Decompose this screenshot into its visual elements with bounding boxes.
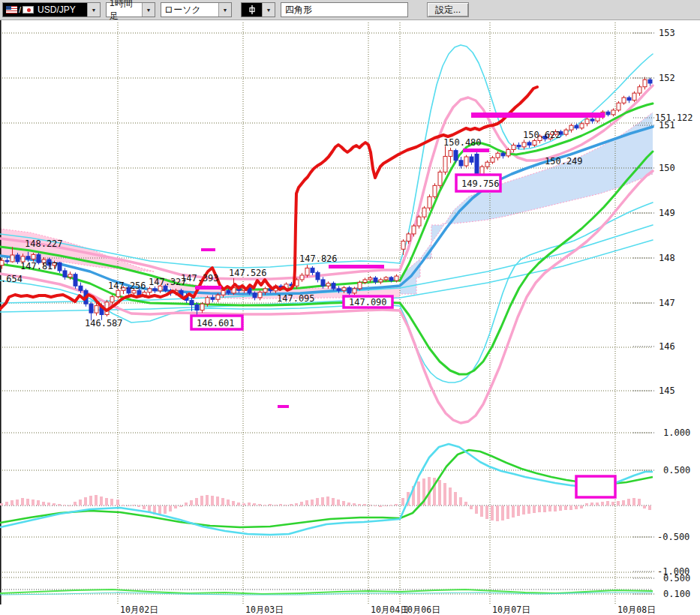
candle-up (263, 289, 267, 292)
candle-down (627, 98, 631, 100)
hist-bar (617, 501, 620, 506)
candle-down (26, 256, 30, 260)
price-label: 147.817 (20, 261, 59, 272)
chart-area[interactable]: 146.601147.090149.756148.227147.817.6541… (0, 0, 700, 615)
price-label: 147.393 (181, 273, 219, 284)
hist-bar (105, 498, 108, 506)
candle-up (422, 208, 426, 217)
hist-bar (316, 498, 319, 506)
hist-bar (284, 505, 287, 506)
hist-bar (464, 502, 467, 506)
candle-up (533, 141, 536, 146)
hist-bar (132, 505, 135, 506)
hist-bar (559, 506, 562, 511)
symbol-select[interactable]: / USD/JPY ▼ (2, 2, 101, 17)
y-axis-label: 149 (659, 208, 675, 218)
candle-down (153, 289, 157, 291)
pen-style-select[interactable]: ▼ (241, 2, 275, 17)
hist-bar (379, 506, 382, 507)
hist-bar (110, 499, 113, 506)
timeframe-label: 1時間足 (110, 0, 139, 22)
hist-bar (95, 495, 98, 506)
candle-up (368, 278, 372, 280)
chevron-down-icon[interactable]: ▼ (218, 3, 231, 16)
candle-down (389, 278, 393, 280)
chart-style-label: ローソク (164, 4, 201, 16)
hist-bar (32, 500, 35, 506)
hist-bar (179, 506, 182, 507)
candle-down (470, 157, 473, 162)
hist-bar (295, 503, 298, 506)
drawing-horizontal-bar[interactable] (471, 112, 605, 118)
hist-bar (596, 502, 599, 506)
candle-up (449, 151, 452, 157)
chart-style-select[interactable]: ローソク ▼ (161, 2, 232, 17)
hist-bar (195, 498, 198, 506)
chevron-down-icon[interactable]: ▼ (142, 3, 155, 16)
drawing-horizontal-bar[interactable] (278, 405, 289, 408)
hist-bar (5, 502, 8, 506)
hist-bar (79, 500, 82, 506)
hist-bar (538, 506, 541, 512)
y-axis-label: 152 (659, 73, 675, 83)
price-label: 150.480 (443, 137, 482, 148)
hist-bar (321, 497, 324, 506)
price-chart-canvas[interactable]: 146.601147.090149.756148.227147.817.6541… (0, 0, 700, 615)
candle-down (374, 278, 377, 282)
candle-up (443, 156, 447, 172)
hist-bar (190, 500, 193, 506)
candle-down (454, 151, 458, 160)
hist-bar (485, 506, 488, 519)
candle-up (433, 185, 437, 196)
x-axis-label: 10月03日 (245, 604, 284, 615)
hist-bar (300, 502, 303, 506)
drawing-rectangle-label: 149.756 (461, 178, 500, 189)
candle-up (617, 103, 620, 110)
hist-bar (68, 506, 71, 506)
shape-tool-input[interactable] (281, 2, 408, 17)
hist-bar (337, 500, 340, 506)
hist-bar (216, 496, 219, 506)
hist-bar (470, 506, 473, 509)
hist-bar (185, 502, 188, 506)
hist-bar (638, 499, 641, 506)
y-axis-label: 150 (659, 163, 675, 173)
drawing-horizontal-bar[interactable] (195, 286, 221, 290)
hist-bar (100, 496, 103, 506)
candle-down (211, 298, 215, 299)
candle-up (632, 93, 636, 100)
drawing-horizontal-bar[interactable] (329, 265, 384, 268)
candle-up (379, 280, 383, 282)
candle-down (316, 272, 320, 280)
candle-up (585, 119, 589, 124)
hist-bar (58, 504, 61, 506)
candle-down (501, 153, 505, 156)
hist-bar (606, 501, 609, 506)
drawing-horizontal-bar[interactable] (201, 248, 215, 251)
hist-bar (164, 506, 167, 514)
drawing-rectangle-label: 146.601 (197, 318, 235, 328)
settings-button[interactable]: 設定... (427, 2, 469, 17)
drawing-horizontal-bar[interactable] (463, 148, 489, 152)
hist-bar (11, 500, 14, 506)
hist-bar (622, 500, 625, 506)
hist-bar (237, 502, 240, 506)
chevron-down-icon[interactable]: ▼ (87, 3, 100, 16)
price-label: 147.526 (229, 268, 267, 278)
candle-up (395, 276, 398, 280)
hist-bar (363, 504, 366, 506)
candle-down (311, 268, 314, 272)
candle-down (648, 80, 652, 83)
candle-down (79, 286, 83, 290)
chevron-down-icon[interactable]: ▼ (262, 3, 275, 16)
pen-width-icon (242, 3, 262, 16)
flag-separator: / (19, 5, 21, 14)
candle-up (258, 292, 262, 298)
hist-bar (169, 506, 172, 512)
timeframe-select[interactable]: 1時間足 ▼ (106, 2, 155, 17)
hist-bar (575, 506, 578, 509)
y-axis-label: 145 (659, 386, 675, 396)
y-axis-label: 148 (659, 253, 675, 263)
candle-up (206, 298, 209, 304)
drawing-rectangle[interactable] (576, 476, 615, 497)
